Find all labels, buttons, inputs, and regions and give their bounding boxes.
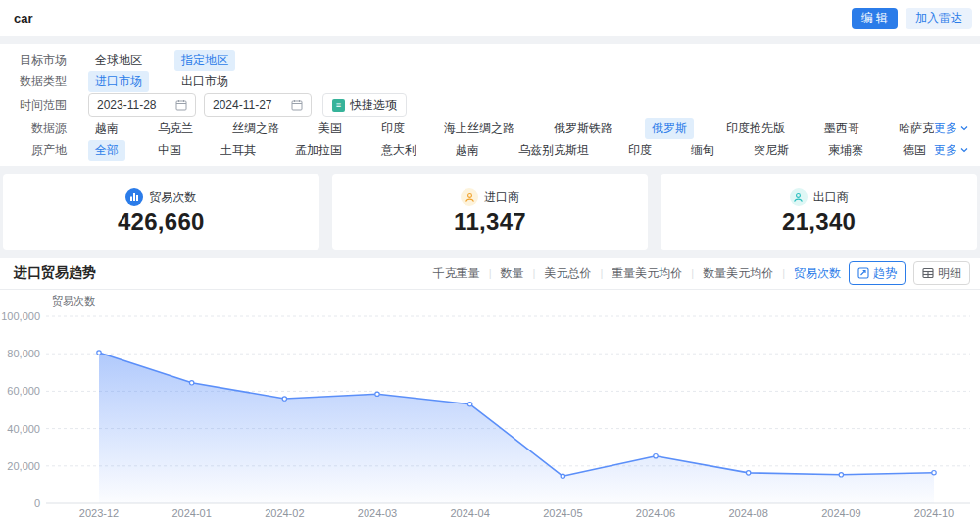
edit-button[interactable]: 编 辑 xyxy=(852,8,898,29)
filter-option[interactable]: 美国 xyxy=(312,118,349,139)
metric-tab[interactable]: 数量 xyxy=(501,265,524,282)
exporter-value: 21,340 xyxy=(782,209,856,236)
filter-option[interactable]: 墨西哥 xyxy=(817,118,866,139)
trend-title: 进口贸易趋势 xyxy=(14,264,433,282)
page-title: car xyxy=(14,11,852,25)
data-source-more-link[interactable]: 更多 xyxy=(934,120,968,137)
filter-row-time-range: 时间范围 2023-11-28 2024-11-27 ≡ 快捷选项 xyxy=(0,92,980,118)
data-type-options: 进口市场出口市场 xyxy=(67,71,968,92)
filter-option[interactable]: 印度 xyxy=(621,140,659,161)
bar-chart-icon xyxy=(125,188,143,206)
filter-option[interactable]: 意大利 xyxy=(374,140,423,161)
svg-text:2023-12: 2023-12 xyxy=(79,507,119,519)
svg-text:60,000: 60,000 xyxy=(7,385,40,397)
target-market-label: 目标市场 xyxy=(0,52,67,69)
metric-separator: | xyxy=(691,267,694,279)
filter-option[interactable]: 丝绸之路 xyxy=(225,118,286,139)
metric-separator: | xyxy=(782,267,785,279)
data-source-options: 越南乌克兰丝绸之路美国印度海上丝绸之路俄罗斯铁路俄罗斯印度抢先版墨西哥哈萨克斯坦… xyxy=(67,118,934,139)
metric-tab[interactable]: 贸易次数 xyxy=(794,265,841,282)
importer-label: 进口商 xyxy=(484,189,519,206)
filter-option[interactable]: 乌兹别克斯坦 xyxy=(512,140,596,161)
table-icon xyxy=(922,267,934,279)
data-type-label: 数据类型 xyxy=(0,73,67,90)
svg-text:2024-05: 2024-05 xyxy=(543,507,582,519)
trend-chart: 贸易次数020,00040,00060,00080,000100,0002023… xyxy=(0,291,980,521)
exporter-label: 出口商 xyxy=(813,189,849,206)
quick-options-button[interactable]: ≡ 快捷选项 xyxy=(322,93,407,117)
join-radar-button[interactable]: 加入雷达 xyxy=(906,8,972,29)
svg-text:20,000: 20,000 xyxy=(7,460,40,472)
filter-option[interactable]: 德国 xyxy=(896,140,933,161)
filter-option[interactable]: 越南 xyxy=(449,140,486,161)
filter-row-data-type: 数据类型 进口市场出口市场 xyxy=(0,71,980,92)
filter-option[interactable]: 土耳其 xyxy=(214,140,263,161)
filter-option[interactable]: 进口市场 xyxy=(88,71,149,92)
svg-text:2024-09: 2024-09 xyxy=(821,507,860,519)
filter-option[interactable]: 越南 xyxy=(88,118,125,139)
filter-option[interactable]: 俄罗斯铁路 xyxy=(547,118,619,139)
start-date-input[interactable]: 2023-11-28 xyxy=(88,93,196,117)
importer-icon xyxy=(461,188,478,206)
importer-card: 进口商 11,347 xyxy=(332,174,649,250)
quick-options-icon: ≡ xyxy=(332,99,345,112)
exporter-card: 出口商 21,340 xyxy=(661,174,977,250)
metric-tab[interactable]: 千克重量 xyxy=(433,265,480,282)
filter-option[interactable]: 印度抢先版 xyxy=(719,118,792,139)
svg-text:100,000: 100,000 xyxy=(1,310,40,322)
origin-options: 全部中国土耳其孟加拉国意大利越南乌兹别克斯坦印度缅甸突尼斯柬埔寨德国保加利亚葡萄… xyxy=(67,140,934,161)
filter-option[interactable]: 突尼斯 xyxy=(747,140,796,161)
filter-row-origin: 原产地 全部中国土耳其孟加拉国意大利越南乌兹别克斯坦印度缅甸突尼斯柬埔寨德国保加… xyxy=(0,139,980,161)
filter-option[interactable]: 全部 xyxy=(88,140,125,161)
metric-separator: | xyxy=(533,267,536,279)
origin-more-link[interactable]: 更多 xyxy=(934,142,968,159)
filter-option[interactable]: 俄罗斯 xyxy=(645,118,694,139)
metric-tab[interactable]: 重量美元均价 xyxy=(612,265,682,282)
metric-separator: | xyxy=(600,267,603,279)
filter-option[interactable]: 乌克兰 xyxy=(151,118,200,139)
time-range-label: 时间范围 xyxy=(0,97,67,114)
quick-options-label: 快捷选项 xyxy=(350,97,397,114)
end-date-input[interactable]: 2024-11-27 xyxy=(204,93,312,117)
filter-option[interactable]: 孟加拉国 xyxy=(288,140,349,161)
svg-text:2024-08: 2024-08 xyxy=(728,507,767,519)
filter-option[interactable]: 全球地区 xyxy=(88,50,149,71)
exporter-icon xyxy=(790,188,808,206)
trend-panel: 进口贸易趋势 千克重量|数量|美元总价|重量美元均价|数量美元均价|贸易次数 趋… xyxy=(0,258,980,521)
filter-row-data-source: 数据源 越南乌克兰丝绸之路美国印度海上丝绸之路俄罗斯铁路俄罗斯印度抢先版墨西哥哈… xyxy=(0,118,980,139)
filter-option[interactable]: 中国 xyxy=(151,140,188,161)
importer-value: 11,347 xyxy=(454,209,526,236)
filter-option[interactable]: 出口市场 xyxy=(174,71,235,92)
filter-option[interactable]: 指定地区 xyxy=(174,50,235,71)
stat-cards: 贸易次数 426,660 进口商 11,347 出口商 21,340 xyxy=(3,174,977,250)
trade-count-card: 贸易次数 426,660 xyxy=(3,174,319,250)
data-source-label: 数据源 xyxy=(0,120,67,137)
chevron-down-icon xyxy=(960,125,968,131)
calendar-icon xyxy=(175,99,187,111)
detail-view-button[interactable]: 明细 xyxy=(913,261,970,285)
filter-option[interactable]: 印度 xyxy=(374,118,412,139)
calendar-icon xyxy=(291,99,303,111)
filter-option[interactable]: 柬埔寨 xyxy=(821,140,870,161)
top-bar: car 编 辑 加入雷达 xyxy=(0,0,980,36)
trade-count-label: 贸易次数 xyxy=(149,189,196,206)
filter-option[interactable]: 哈萨克斯坦 xyxy=(892,118,934,139)
svg-text:2024-02: 2024-02 xyxy=(265,507,304,519)
metric-tab[interactable]: 美元总价 xyxy=(544,265,591,282)
chevron-down-icon xyxy=(960,147,968,153)
svg-text:2024-06: 2024-06 xyxy=(636,507,675,519)
end-date-value: 2024-11-27 xyxy=(213,98,272,112)
metric-tab[interactable]: 数量美元均价 xyxy=(703,265,773,282)
trade-count-value: 426,660 xyxy=(118,209,205,236)
svg-text:40,000: 40,000 xyxy=(7,423,40,435)
svg-text:2024-03: 2024-03 xyxy=(358,507,397,519)
start-date-value: 2023-11-28 xyxy=(97,98,157,112)
svg-text:2024-04: 2024-04 xyxy=(450,507,489,519)
filter-option[interactable]: 海上丝绸之路 xyxy=(437,118,521,139)
filter-option[interactable]: 缅甸 xyxy=(684,140,721,161)
metric-separator: | xyxy=(489,267,492,279)
filter-row-target-market: 目标市场 全球地区指定地区 xyxy=(0,49,980,71)
svg-text:0: 0 xyxy=(34,497,40,509)
svg-text:贸易次数: 贸易次数 xyxy=(52,295,95,307)
trend-view-button[interactable]: 趋势 xyxy=(849,261,906,285)
